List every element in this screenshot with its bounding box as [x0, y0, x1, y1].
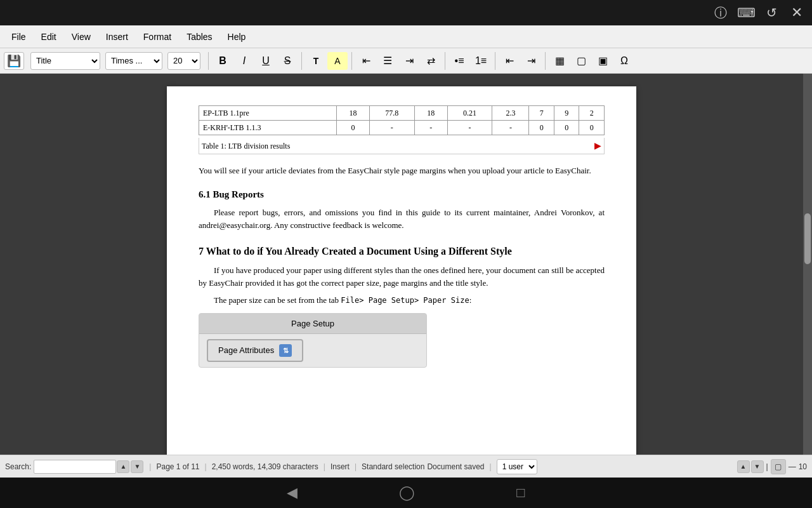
page-info: Page 1 of 11: [156, 462, 199, 471]
section-6-1-heading: 6.1 Bug Reports: [199, 187, 605, 202]
zoom-level: 10: [799, 462, 807, 471]
section-6-1-body: Please report bugs, errors, and omission…: [199, 206, 605, 231]
android-nav-bar: ◀ ◯ □: [0, 478, 812, 508]
zoom-out-button[interactable]: ▲: [737, 460, 750, 473]
menu-insert[interactable]: Insert: [100, 29, 134, 44]
info-icon[interactable]: ⓘ: [712, 4, 730, 22]
scrollbar-track[interactable]: [803, 74, 812, 455]
table-cell: 2.3: [492, 106, 529, 121]
page-area[interactable]: EP-LTB 1.1pre 18 77.8 18 0.21 2.3 7 9 2 …: [0, 74, 803, 455]
system-bar: ⓘ ⌨ ↺ ✕: [0, 0, 812, 25]
text-color-button[interactable]: T: [306, 52, 326, 70]
sep-2: |: [205, 462, 207, 471]
table-caption-text: Table 1: LTB division results: [202, 140, 290, 152]
style-select[interactable]: Title Heading 1 Heading 2 Normal: [30, 52, 100, 70]
align-justify-button[interactable]: ⇄: [421, 52, 441, 70]
size-select[interactable]: 20 12 14 16: [167, 52, 200, 70]
table-cell: -: [447, 121, 492, 135]
bold-button[interactable]: B: [213, 52, 233, 70]
special-char-button[interactable]: Ω: [614, 52, 634, 70]
ltb-table: EP-LTB 1.1pre 18 77.8 18 0.21 2.3 7 9 2 …: [199, 105, 605, 135]
sep-4: |: [355, 462, 357, 471]
table-cell: 77.8: [369, 106, 414, 121]
toolbar: 💾 Title Heading 1 Heading 2 Normal Times…: [0, 48, 812, 74]
sep-5: |: [490, 462, 492, 471]
table-cell: 0: [554, 121, 579, 135]
table-cell: 0.21: [447, 106, 492, 121]
close-icon[interactable]: ✕: [788, 4, 806, 22]
page-setup-title: Page Setup: [199, 314, 426, 335]
page-setup-image: Page Setup Page Attributes ⇅: [199, 313, 427, 368]
strikethrough-button[interactable]: S: [277, 52, 298, 70]
highlight-button[interactable]: A: [327, 52, 348, 70]
table-cell: 18: [337, 106, 370, 121]
search-prev-button[interactable]: ▲: [117, 460, 129, 473]
menu-bar: File Edit View Insert Format Tables Help: [0, 25, 812, 48]
keyboard-icon[interactable]: ⌨: [737, 4, 755, 22]
image-button[interactable]: ▣: [593, 52, 613, 70]
zoom-nav: ▲ ▼: [737, 460, 764, 473]
table-cell: 9: [554, 106, 579, 121]
selection-mode: Standard selection: [362, 462, 424, 471]
scrollbar-thumb[interactable]: [804, 213, 811, 264]
user-select[interactable]: 1 user: [497, 459, 537, 474]
search-input[interactable]: [34, 460, 116, 474]
save-button[interactable]: 💾: [4, 52, 24, 70]
table-cell: -: [414, 121, 447, 135]
sep-3: |: [324, 462, 325, 471]
table-cell: E-KRH'-LTB 1.1.3: [199, 121, 337, 135]
table-cell: 0: [579, 121, 605, 135]
sep-7: —: [789, 462, 796, 471]
numbered-list-button[interactable]: 1≡: [471, 52, 491, 70]
menu-view[interactable]: View: [65, 29, 97, 44]
table-cell: -: [369, 121, 414, 135]
table-nav-arrow[interactable]: ▶: [594, 139, 601, 152]
font-select[interactable]: Times ... Arial: [105, 52, 162, 70]
table-cell: EP-LTB 1.1pre: [199, 106, 337, 121]
align-right-button[interactable]: ⇥: [399, 52, 419, 70]
sep-6: |: [766, 462, 768, 471]
image-placeholder-button[interactable]: ▢: [571, 52, 591, 70]
menu-edit[interactable]: Edit: [35, 29, 63, 44]
editor-container: EP-LTB 1.1pre 18 77.8 18 0.21 2.3 7 9 2 …: [0, 74, 812, 455]
page-setup-body: Page Attributes ⇅: [199, 334, 426, 367]
spinner-icon: ⇅: [279, 344, 292, 357]
menu-file[interactable]: File: [5, 29, 32, 44]
search-next-button[interactable]: ▼: [131, 460, 143, 473]
table-cell: 2: [579, 106, 605, 121]
save-status: Document saved: [427, 462, 484, 471]
sep-1: |: [149, 462, 151, 471]
section-7-body: If you have produced your paper using di…: [199, 264, 605, 289]
menu-format[interactable]: Format: [137, 29, 178, 44]
table-cell: 7: [529, 106, 554, 121]
bullet-list-button[interactable]: •≡: [449, 52, 469, 70]
section-7-path: The paper size can be set from the tab F…: [199, 294, 605, 307]
refresh-icon[interactable]: ↺: [763, 4, 780, 22]
table-cell: 0: [337, 121, 370, 135]
align-left-button[interactable]: ⇤: [356, 52, 376, 70]
table-row: EP-LTB 1.1pre 18 77.8 18 0.21 2.3 7 9 2: [199, 106, 605, 121]
italic-button[interactable]: I: [234, 52, 254, 70]
search-label: Search:: [5, 462, 31, 471]
zoom-in-button[interactable]: ▼: [751, 460, 764, 473]
file-path: File> Page Setup> Paper Size: [341, 296, 469, 305]
page-attributes-button[interactable]: Page Attributes ⇅: [207, 339, 303, 362]
menu-tables[interactable]: Tables: [180, 29, 218, 44]
intro-paragraph: You will see if your article deviates fr…: [199, 164, 605, 177]
word-count: 2,450 words, 14,309 characters: [212, 462, 318, 471]
align-center-button[interactable]: ☰: [377, 52, 398, 70]
insert-mode: Insert: [331, 462, 350, 471]
underline-button[interactable]: U: [256, 52, 276, 70]
single-page-view-button[interactable]: ▢: [771, 459, 786, 474]
back-icon[interactable]: ◀: [287, 485, 298, 501]
outdent-button[interactable]: ⇤: [499, 52, 520, 70]
table-insert-button[interactable]: ▦: [549, 52, 570, 70]
table-caption: Table 1: LTB division results ▶: [199, 138, 605, 154]
indent-button[interactable]: ⇥: [521, 52, 541, 70]
home-icon[interactable]: ◯: [399, 485, 415, 501]
table-cell: -: [492, 121, 529, 135]
menu-help[interactable]: Help: [221, 29, 252, 44]
recents-icon[interactable]: □: [516, 485, 525, 501]
document-page: EP-LTB 1.1pre 18 77.8 18 0.21 2.3 7 9 2 …: [167, 86, 636, 455]
table-row: E-KRH'-LTB 1.1.3 0 - - - - 0 0 0: [199, 121, 605, 135]
